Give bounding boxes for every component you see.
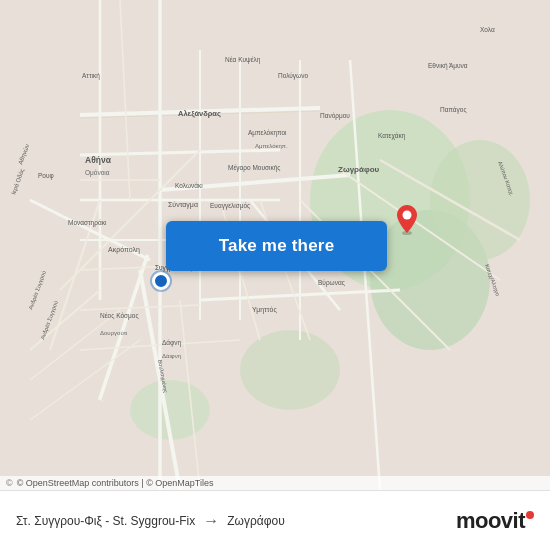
svg-text:Παπάγος: Παπάγος bbox=[440, 106, 467, 114]
svg-text:Σύνταγμα: Σύνταγμα bbox=[168, 201, 198, 209]
svg-text:Χολα: Χολα bbox=[480, 26, 495, 33]
svg-text:Πανόρμου: Πανόρμου bbox=[320, 112, 350, 120]
svg-text:Νέος Κόσμος: Νέος Κόσμος bbox=[100, 312, 139, 320]
svg-text:Ευαγγελισμός: Ευαγγελισμός bbox=[210, 202, 250, 210]
svg-text:Αττική: Αττική bbox=[82, 72, 100, 80]
to-station: Ζωγράφου bbox=[227, 514, 284, 528]
svg-text:Ρουφ: Ρουφ bbox=[38, 172, 54, 180]
from-station: Στ. Συγγρου-Φιξ - St. Syggrou-Fix bbox=[16, 514, 195, 528]
svg-text:Αθήνα: Αθήνα bbox=[85, 155, 112, 165]
svg-text:Μέγαρο Μουσικής: Μέγαρο Μουσικής bbox=[228, 164, 280, 172]
svg-text:Κολωνάκι: Κολωνάκι bbox=[175, 182, 203, 189]
origin-marker bbox=[152, 272, 170, 290]
svg-text:Αμπελόκηπ.: Αμπελόκηπ. bbox=[255, 143, 288, 149]
svg-text:Ομόνοια: Ομόνοια bbox=[85, 169, 110, 177]
svg-text:Αλεξάνδρας: Αλεξάνδρας bbox=[178, 109, 221, 118]
svg-point-78 bbox=[403, 211, 412, 220]
svg-text:Βύρωνας: Βύρωνας bbox=[318, 279, 345, 287]
svg-text:Δάφνη: Δάφνη bbox=[162, 339, 182, 347]
svg-text:Μοναστηράκι: Μοναστηράκι bbox=[68, 219, 107, 227]
svg-text:Πολύγωνο: Πολύγωνο bbox=[278, 72, 308, 80]
svg-text:Αμπελόκηποι: Αμπελόκηποι bbox=[248, 129, 287, 137]
svg-text:Νέα Κυψέλη: Νέα Κυψέλη bbox=[225, 56, 261, 64]
svg-text:Εθνική Άμυνα: Εθνική Άμυνα bbox=[428, 62, 468, 70]
route-direction: Στ. Συγγρου-Φιξ - St. Syggrou-Fix → Ζωγρ… bbox=[16, 512, 285, 530]
svg-text:Υμηττός: Υμηττός bbox=[252, 306, 277, 314]
svg-point-5 bbox=[240, 330, 340, 410]
route-info: Στ. Συγγρου-Φιξ - St. Syggrou-Fix → Ζωγρ… bbox=[16, 512, 285, 530]
attribution-text: © OpenStreetMap contributors | © OpenMap… bbox=[17, 478, 214, 488]
moovit-logo: moovit bbox=[456, 508, 534, 534]
moovit-dot-icon bbox=[526, 511, 534, 519]
arrow-icon: → bbox=[203, 512, 219, 530]
moovit-brand: moovit bbox=[456, 508, 534, 534]
svg-text:Κατεχάκη: Κατεχάκη bbox=[378, 132, 406, 140]
svg-text:Δάιφνη: Δάιφνη bbox=[162, 353, 181, 359]
take-me-there-button[interactable]: Take me there bbox=[166, 221, 387, 271]
copyright-icon: © bbox=[6, 478, 13, 488]
destination-marker bbox=[396, 205, 418, 233]
svg-text:Ακρόπολη: Ακρόπολη bbox=[108, 246, 140, 254]
map-attribution: © © OpenStreetMap contributors | © OpenM… bbox=[0, 476, 550, 490]
moovit-text: moovit bbox=[456, 508, 525, 534]
map-container: Αθήνα Ομόνοια Μοναστηράκι Σύνταγμα Ακρόπ… bbox=[0, 0, 550, 490]
svg-text:Ζωγράφου: Ζωγράφου bbox=[338, 165, 380, 174]
bottom-bar: Στ. Συγγρου-Φιξ - St. Syggrou-Fix → Ζωγρ… bbox=[0, 490, 550, 550]
svg-text:Δουργούτι: Δουργούτι bbox=[100, 330, 128, 336]
